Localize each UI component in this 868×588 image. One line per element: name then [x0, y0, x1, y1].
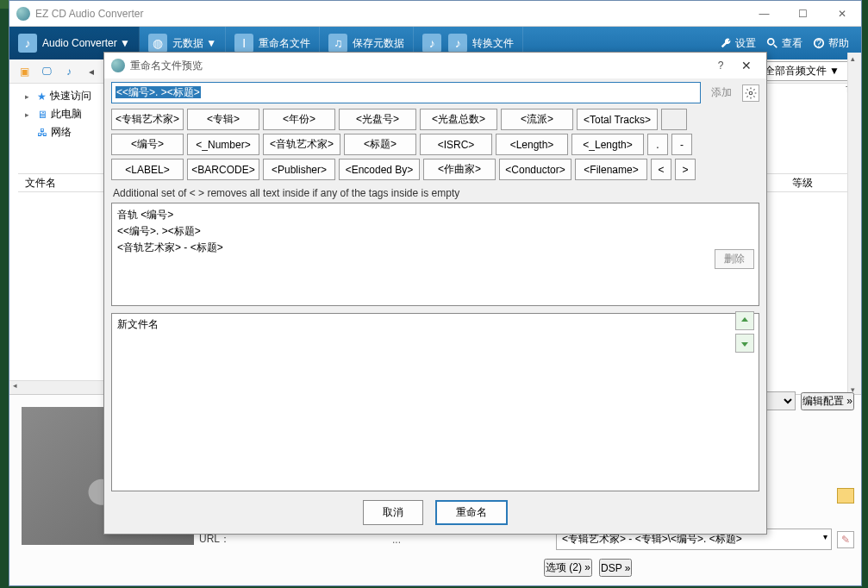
blank-tag [661, 109, 687, 130]
metadata-label: 元数据 ▼ [172, 36, 216, 51]
list-vscroll[interactable] [847, 53, 861, 396]
pc-icon: 🖥 [37, 109, 47, 121]
dialog-title: 重命名文件预览 [130, 59, 708, 73]
convert-icon: ♪ [422, 34, 441, 53]
template-item[interactable]: <音轨艺术家> - <标题> [117, 240, 753, 256]
tag-button[interactable]: <Conductor> [499, 159, 571, 180]
cancel-button[interactable]: 取消 [363, 500, 423, 525]
maximize-button[interactable]: ☐ [784, 1, 822, 26]
preview-listbox: 新文件名 [111, 313, 759, 491]
tag-button[interactable]: <光盘号> [339, 109, 416, 130]
save-icon: ♫ [328, 34, 347, 53]
tag-button[interactable]: <光盘总数> [420, 109, 497, 130]
tag-button[interactable]: <Publisher> [263, 159, 335, 180]
preview-header: 新文件名 [117, 317, 753, 332]
minimize-button[interactable]: — [745, 1, 784, 26]
options-button[interactable]: 选项 (2) » [544, 559, 592, 577]
audio-converter-label: Audio Converter ▼ [42, 37, 130, 49]
grade-column-header[interactable]: 等级 [792, 176, 847, 191]
dialog-titlebar: 重命名文件预览 ? ✕ [104, 53, 766, 78]
tag-button[interactable]: - [671, 134, 692, 155]
tag-buttons-area: <专辑艺术家><专辑><年份><光盘号><光盘总数><流派><Total Tra… [104, 107, 766, 185]
network-icon: 🖧 [37, 127, 47, 139]
tag-button[interactable]: <BARCODE> [187, 159, 259, 180]
help-button[interactable]: ?帮助 [813, 36, 849, 51]
view-button[interactable]: 查看 [766, 36, 802, 51]
tag-button[interactable]: <流派> [501, 109, 573, 130]
edit-config-button[interactable]: 编辑配置 » [801, 392, 854, 410]
music-icon[interactable]: ♪ [59, 62, 78, 81]
tag-button[interactable]: <Filename> [575, 159, 647, 180]
dialog-help-button[interactable]: ? [708, 59, 734, 72]
help-icon: ? [813, 37, 825, 49]
svg-point-0 [768, 39, 774, 45]
titlebar: EZ CD Audio Converter — ☐ ✕ [9, 1, 861, 27]
hint-text: Additional set of < > removes all text i… [104, 185, 766, 203]
tag-button[interactable]: . [647, 134, 668, 155]
convert-files-label: 转换文件 [472, 36, 514, 51]
tag-button[interactable]: <LABEL> [111, 159, 184, 180]
tag-button[interactable]: <ISRC> [420, 134, 492, 155]
template-item[interactable]: 音轨 <编号> [117, 207, 753, 223]
settings-button[interactable]: 设置 [720, 36, 756, 51]
tag-button[interactable]: <专辑> [187, 109, 259, 130]
svg-point-3 [749, 91, 752, 95]
tag-button[interactable]: <标题> [344, 134, 416, 155]
rename-icon: I [234, 34, 253, 53]
file-filter-combo[interactable]: 全部音频文件 ▼ [759, 61, 856, 81]
music-note-icon: ♪ [18, 34, 37, 53]
template-item[interactable]: <<编号>. ><标题> [117, 223, 753, 240]
move-up-button[interactable] [735, 311, 754, 330]
tag-button[interactable]: <Length> [496, 134, 568, 155]
dialog-icon [111, 59, 125, 72]
output-folder-icon[interactable] [837, 488, 854, 504]
move-down-button[interactable] [735, 334, 754, 353]
tag-button[interactable]: <年份> [263, 109, 335, 130]
arrow-down-icon [740, 339, 749, 347]
tag-button[interactable]: <Encoded By> [339, 159, 420, 180]
settings-gear-button[interactable] [742, 84, 759, 102]
back-icon[interactable]: ◂ [82, 62, 101, 81]
tag-button[interactable]: < [651, 159, 671, 180]
arrow-up-icon [740, 316, 749, 325]
rename-files-label: 重命名文件 [259, 36, 310, 51]
url-value: ... [392, 534, 401, 546]
filename-column-header[interactable]: 文件名 [18, 176, 63, 191]
dialog-close-button[interactable]: ✕ [734, 59, 759, 72]
tag-button[interactable]: <音轨艺术家> [263, 134, 340, 155]
star-icon: ★ [37, 91, 47, 103]
save-metadata-label: 保存元数据 [353, 36, 404, 51]
app-title: EZ CD Audio Converter [35, 8, 745, 20]
search-icon [766, 37, 778, 49]
app-icon [16, 7, 30, 21]
delete-template-button[interactable]: 删除 [715, 249, 754, 269]
tag-button[interactable]: > [675, 159, 696, 180]
tag-button[interactable]: <_Length> [571, 134, 644, 155]
svg-text:?: ? [816, 38, 821, 48]
globe-icon: ◍ [148, 34, 167, 53]
monitor-icon[interactable]: 🖵 [37, 62, 56, 81]
rename-button[interactable]: 重命名 [435, 500, 508, 525]
tag-button[interactable]: <编号> [111, 134, 184, 155]
tag-button[interactable]: <_Number> [187, 134, 259, 155]
wrench-icon [720, 37, 732, 49]
convert-icon-2: ♪ [448, 34, 467, 53]
tag-button[interactable]: <作曲家> [423, 159, 496, 180]
pattern-edit-icon[interactable]: ✎ [837, 531, 854, 548]
rename-preview-dialog: 重命名文件预览 ? ✕ <<编号>. ><标题> 添加 <专辑艺术家><专辑><… [103, 52, 767, 535]
tag-button[interactable]: <专辑艺术家> [111, 109, 184, 130]
add-pattern-button[interactable]: 添加 [706, 84, 737, 102]
tag-button[interactable]: <Total Tracks> [577, 109, 658, 130]
folder-tree-icon[interactable]: ▣ [15, 62, 34, 81]
pattern-input[interactable]: <<编号>. ><标题> [111, 82, 701, 103]
gear-icon [745, 87, 757, 99]
templates-listbox[interactable]: 音轨 <编号><<编号>. ><标题><音轨艺术家> - <标题> [111, 203, 759, 306]
dsp-button[interactable]: DSP » [599, 559, 632, 577]
close-button[interactable]: ✕ [822, 1, 861, 26]
